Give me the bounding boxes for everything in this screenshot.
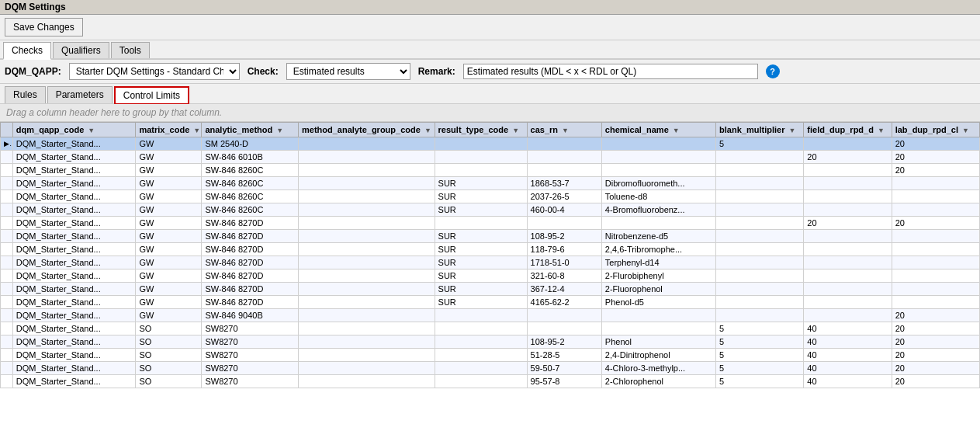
col-header-cas-rn[interactable]: cas_rn ▼: [527, 123, 601, 137]
cell-cas-rn: 2037-26-5: [527, 190, 601, 203]
row-indicator-cell: [1, 151, 13, 164]
cell-analytic-method: SW-846 8260C: [202, 190, 299, 203]
cell-cas-rn: [527, 217, 601, 230]
cell-method-analyte-group-code: [299, 177, 435, 190]
cell-cas-rn: 1718-51-0: [527, 256, 601, 269]
filter-icon-field-dup-rpd-d: ▼: [878, 127, 885, 134]
cell-lab-dup-rpd-cl: [892, 269, 979, 283]
tab-qualifiers[interactable]: Qualifiers: [53, 42, 109, 58]
cell-dqm-qapp-code: DQM_Starter_Stand...: [12, 203, 136, 217]
table-row[interactable]: DQM_Starter_Stand...GWSW-846 8260CSUR460…: [1, 203, 980, 217]
col-header-chemical-name[interactable]: chemical_name ▼: [601, 123, 715, 137]
table-row[interactable]: DQM_Starter_Stand...GWSW-846 8260C20: [1, 164, 980, 177]
col-header-lab-dup-rpd-cl[interactable]: lab_dup_rpd_cl ▼: [892, 123, 979, 137]
table-row[interactable]: DQM_Starter_Stand...GWSW-846 8270DSUR171…: [1, 256, 980, 269]
cell-chemical-name: Nitrobenzene-d5: [601, 230, 715, 243]
cell-dqm-qapp-code: DQM_Starter_Stand...: [12, 230, 136, 243]
row-indicator-cell: [1, 190, 13, 203]
cell-field-dup-rpd-d: 20: [804, 151, 892, 164]
table-row[interactable]: DQM_Starter_Stand...GWSW-846 8260CSUR203…: [1, 190, 980, 203]
cell-blank-multiplier: [716, 309, 804, 322]
col-header-dqm-qapp-code[interactable]: dqm_qapp_code ▼: [12, 123, 136, 137]
tab-checks[interactable]: Checks: [3, 42, 51, 60]
cell-lab-dup-rpd-cl: 20: [892, 151, 979, 164]
cell-field-dup-rpd-d: 40: [804, 375, 892, 388]
cell-chemical-name: Phenol-d5: [601, 296, 715, 309]
cell-blank-multiplier: [716, 283, 804, 296]
table-row[interactable]: DQM_Starter_Stand...SOSW827054020: [1, 322, 980, 335]
tab-tools[interactable]: Tools: [111, 42, 150, 58]
cell-matrix-code: GW: [136, 230, 202, 243]
cell-field-dup-rpd-d: [804, 256, 892, 269]
cell-result-type-code: [435, 322, 527, 335]
cell-blank-multiplier: [716, 217, 804, 230]
cell-field-dup-rpd-d: [804, 164, 892, 177]
dqm-qapp-select[interactable]: Starter DQM Settings - Standard Checks: [69, 63, 240, 80]
col-header-analytic-method[interactable]: analytic_method ▼: [202, 123, 299, 137]
cell-result-type-code: [435, 137, 527, 151]
cell-analytic-method: SW-846 8260C: [202, 203, 299, 217]
table-container[interactable]: dqm_qapp_code ▼ matrix_code ▼ analytic_m…: [0, 122, 980, 445]
check-select[interactable]: Estimated results: [286, 63, 410, 80]
cell-lab-dup-rpd-cl: [892, 203, 979, 217]
table-row[interactable]: DQM_Starter_Stand...SOSW827059-50-74-Chl…: [1, 362, 980, 375]
cell-matrix-code: GW: [136, 243, 202, 256]
table-row[interactable]: DQM_Starter_Stand...SOSW827095-57-82-Chl…: [1, 375, 980, 388]
cell-dqm-qapp-code: DQM_Starter_Stand...: [12, 269, 136, 283]
col-header-matrix-code[interactable]: matrix_code ▼: [136, 123, 202, 137]
table-row[interactable]: DQM_Starter_Stand...SOSW827051-28-52,4-D…: [1, 349, 980, 362]
sub-tab-parameters[interactable]: Parameters: [47, 86, 113, 103]
save-button[interactable]: Save Changes: [5, 18, 83, 37]
cell-field-dup-rpd-d: [804, 269, 892, 283]
cell-dqm-qapp-code: DQM_Starter_Stand...: [12, 164, 136, 177]
col-header-method-analyte-group-code[interactable]: method_analyte_group_code ▼: [299, 123, 435, 137]
row-indicator-cell: [1, 335, 13, 349]
cell-dqm-qapp-code: DQM_Starter_Stand...: [12, 283, 136, 296]
table-row[interactable]: DQM_Starter_Stand...SOSW8270108-95-2Phen…: [1, 335, 980, 349]
table-row[interactable]: DQM_Starter_Stand...GWSW-846 6010B2020: [1, 151, 980, 164]
cell-blank-multiplier: [716, 230, 804, 243]
cell-blank-multiplier: [716, 256, 804, 269]
cell-field-dup-rpd-d: [804, 230, 892, 243]
cell-lab-dup-rpd-cl: 20: [892, 362, 979, 375]
cell-method-analyte-group-code: [299, 164, 435, 177]
cell-chemical-name: 4-Chloro-3-methylp...: [601, 362, 715, 375]
table-row[interactable]: DQM_Starter_Stand...GWSW-846 9040B20: [1, 309, 980, 322]
cell-result-type-code: SUR: [435, 230, 527, 243]
cell-lab-dup-rpd-cl: 20: [892, 335, 979, 349]
cell-analytic-method: SW-846 8270D: [202, 296, 299, 309]
table-row[interactable]: ▶DQM_Starter_Stand...GWSM 2540-D520: [1, 137, 980, 151]
title-bar-label: DQM Settings: [5, 2, 66, 12]
table-row[interactable]: DQM_Starter_Stand...GWSW-846 8270DSUR108…: [1, 230, 980, 243]
cell-field-dup-rpd-d: [804, 177, 892, 190]
help-button[interactable]: ?: [766, 64, 780, 78]
cell-cas-rn: 460-00-4: [527, 203, 601, 217]
sub-tab-rules[interactable]: Rules: [5, 86, 46, 103]
cell-chemical-name: 2-Fluorophenol: [601, 283, 715, 296]
cell-chemical-name: 2-Chlorophenol: [601, 375, 715, 388]
cell-method-analyte-group-code: [299, 256, 435, 269]
cell-lab-dup-rpd-cl: [892, 190, 979, 203]
cell-lab-dup-rpd-cl: 20: [892, 137, 979, 151]
cell-matrix-code: SO: [136, 335, 202, 349]
sub-tab-control-limits[interactable]: Control Limits: [114, 86, 189, 105]
table-row[interactable]: DQM_Starter_Stand...GWSW-846 8270DSUR321…: [1, 269, 980, 283]
row-indicator-cell: [1, 349, 13, 362]
cell-lab-dup-rpd-cl: 20: [892, 164, 979, 177]
col-header-result-type-code[interactable]: result_type_code ▼: [435, 123, 527, 137]
cell-lab-dup-rpd-cl: [892, 296, 979, 309]
cell-blank-multiplier: [716, 203, 804, 217]
row-indicator-cell: [1, 164, 13, 177]
cell-matrix-code: GW: [136, 217, 202, 230]
table-row[interactable]: DQM_Starter_Stand...GWSW-846 8270D2020: [1, 217, 980, 230]
col-header-field-dup-rpd-d[interactable]: field_dup_rpd_d ▼: [804, 123, 892, 137]
form-row: DQM_QAPP: Starter DQM Settings - Standar…: [0, 60, 980, 84]
table-row[interactable]: DQM_Starter_Stand...GWSW-846 8270DSUR118…: [1, 243, 980, 256]
remark-input[interactable]: [463, 64, 758, 79]
col-header-blank-multiplier[interactable]: blank_multiplier ▼: [716, 123, 804, 137]
table-row[interactable]: DQM_Starter_Stand...GWSW-846 8270DSUR416…: [1, 296, 980, 309]
cell-cas-rn: [527, 164, 601, 177]
table-row[interactable]: DQM_Starter_Stand...GWSW-846 8270DSUR367…: [1, 283, 980, 296]
table-row[interactable]: DQM_Starter_Stand...GWSW-846 8260CSUR186…: [1, 177, 980, 190]
row-indicator-cell: [1, 243, 13, 256]
